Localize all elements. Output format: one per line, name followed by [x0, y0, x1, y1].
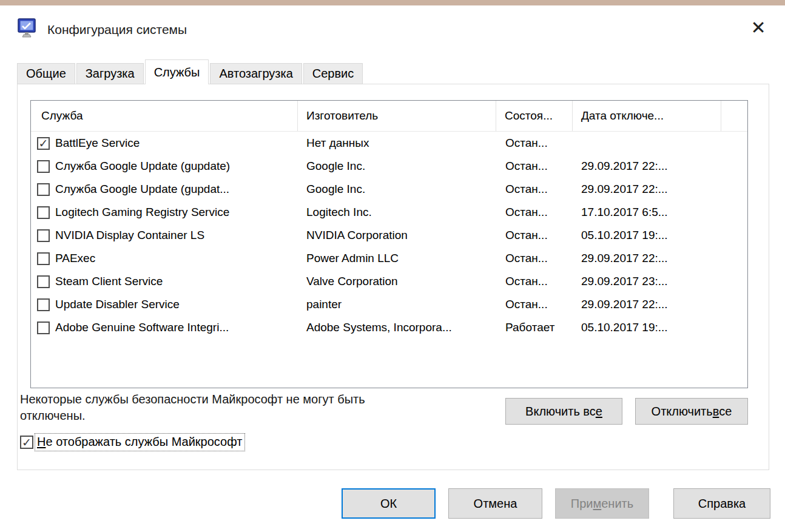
manufacturer: Logitech Inc. — [298, 206, 496, 219]
enable-all-mnemonic: е — [596, 405, 602, 419]
table-row[interactable]: Logitech Gaming Registry Service Logitec… — [31, 201, 747, 224]
tab-services-label: Службы — [154, 66, 200, 79]
service-checkbox[interactable]: ✓ — [37, 137, 50, 150]
tab-general[interactable]: Общие — [17, 63, 75, 84]
manufacturer: Google Inc. — [298, 183, 496, 196]
status: Остан... — [496, 206, 573, 219]
status: Остан... — [496, 136, 573, 150]
ok-button[interactable]: ОК — [342, 488, 436, 519]
table-row[interactable]: Служба Google Update (gupdat... Google I… — [31, 178, 747, 201]
date-disabled: 05.10.2017 19:... — [573, 229, 721, 242]
table-row[interactable]: Update Disabler Service painter Остан...… — [31, 293, 747, 316]
status: Остан... — [496, 160, 573, 173]
service-name: Служба Google Update (gupdat... — [55, 183, 229, 196]
service-checkbox[interactable] — [37, 322, 50, 334]
table-row[interactable]: ✓BattlEye Service Нет данных Остан... — [31, 132, 747, 155]
column-header-service[interactable]: Служба — [31, 101, 298, 131]
help-label: Справка — [698, 497, 746, 511]
service-name: Steam Client Service — [55, 275, 163, 288]
date-disabled: 29.09.2017 23:... — [573, 275, 721, 288]
status: Остан... — [496, 183, 573, 196]
tab-tools[interactable]: Сервис — [303, 63, 363, 84]
note-line-2: отключены. — [20, 408, 493, 424]
tab-boot[interactable]: Загрузка — [76, 63, 144, 84]
security-services-note: Некоторые службы безопасности Майкрософт… — [20, 391, 493, 424]
hide-microsoft-services-checkbox-row: ✓ Не отображать службы Майкрософт — [20, 433, 245, 451]
disable-all-button[interactable]: Отключить все — [635, 398, 748, 425]
help-button[interactable]: Справка — [673, 488, 770, 519]
apply-label: При — [571, 497, 593, 511]
service-name: Adobe Genuine Software Integri... — [55, 321, 229, 334]
status: Работает — [496, 321, 573, 334]
window-top-border — [0, 0, 785, 5]
tab-tools-label: Сервис — [312, 67, 354, 81]
service-name: PAExec — [55, 252, 95, 265]
service-checkbox[interactable] — [37, 183, 50, 196]
tab-startup-label: Автозагрузка — [219, 67, 292, 81]
disable-all-mnemonic: в — [713, 405, 719, 419]
ok-label: ОК — [380, 497, 397, 511]
apply-button-disabled[interactable]: Применить — [555, 488, 649, 519]
titlebar: Конфигурация системы ✕ — [0, 5, 785, 47]
disable-all-label: Отключить — [652, 405, 713, 419]
tab-boot-label: Загрузка — [86, 67, 135, 81]
msconfig-monitor-icon — [16, 17, 39, 40]
checkmark: ✓ — [22, 437, 32, 448]
service-name: NVIDIA Display Container LS — [55, 229, 204, 242]
service-checkbox[interactable] — [37, 252, 50, 265]
manufacturer: Power Admin LLC — [298, 252, 496, 265]
date-disabled: 17.10.2017 6:5... — [573, 206, 721, 219]
window-title: Конфигурация системы — [47, 22, 187, 37]
column-header-spacer — [721, 101, 747, 131]
manufacturer: Valve Corporation — [298, 275, 496, 288]
service-checkbox[interactable] — [37, 160, 50, 173]
tab-strip: Общие Загрузка Службы Автозагрузка Серви… — [17, 59, 364, 84]
service-checkbox[interactable] — [37, 206, 50, 219]
hide-microsoft-services-checkbox[interactable]: ✓ — [20, 436, 33, 449]
tab-general-label: Общие — [26, 67, 66, 81]
table-row[interactable]: Steam Client Service Valve Corporation О… — [31, 270, 747, 293]
service-checkbox[interactable] — [37, 229, 50, 242]
service-checkbox[interactable] — [37, 275, 50, 288]
cancel-label: Отмена — [474, 497, 517, 511]
date-disabled: 29.09.2017 22:... — [573, 183, 721, 196]
date-disabled: 29.09.2017 22:... — [573, 252, 721, 265]
manufacturer: Google Inc. — [298, 160, 496, 173]
column-header-manufacturer[interactable]: Изготовитель — [298, 101, 496, 131]
manufacturer: Нет данных — [298, 136, 496, 150]
tab-services[interactable]: Службы — [145, 59, 209, 84]
msconfig-window: Конфигурация системы ✕ Общие Загрузка Сл… — [0, 0, 785, 532]
date-disabled: 29.09.2017 22:... — [573, 298, 721, 311]
services-table: Служба Изготовитель Состоя... Дата отклю… — [30, 100, 748, 388]
status: Остан... — [496, 298, 573, 311]
enable-all-button[interactable]: Включить все — [505, 398, 622, 425]
note-line-1: Некоторые службы безопасности Майкрософт… — [20, 391, 493, 408]
manufacturer: Adobe Systems, Incorpora... — [298, 321, 496, 334]
date-disabled: 05.10.2017 19:... — [573, 321, 721, 334]
service-name: Logitech Gaming Registry Service — [55, 206, 229, 219]
cancel-button[interactable]: Отмена — [448, 488, 542, 519]
table-row[interactable]: NVIDIA Display Container LS NVIDIA Corpo… — [31, 224, 747, 247]
status: Остан... — [496, 229, 573, 242]
status: Остан... — [496, 252, 573, 265]
table-row[interactable]: PAExec Power Admin LLC Остан... 29.09.20… — [31, 247, 747, 270]
column-header-status[interactable]: Состоя... — [496, 101, 573, 131]
manufacturer: painter — [298, 298, 496, 311]
table-row[interactable]: Служба Google Update (gupdate) Google In… — [31, 155, 747, 178]
service-checkbox[interactable] — [37, 298, 50, 311]
enable-all-label: Включить вс — [525, 405, 596, 419]
service-name: BattlEye Service — [55, 136, 140, 150]
tab-startup[interactable]: Автозагрузка — [210, 63, 302, 84]
manufacturer: NVIDIA Corporation — [298, 229, 496, 242]
column-header-date-disabled[interactable]: Дата отключе... — [573, 101, 721, 131]
close-icon[interactable]: ✕ — [743, 14, 774, 41]
date-disabled: 29.09.2017 22:... — [573, 160, 721, 173]
service-name: Служба Google Update (gupdate) — [55, 160, 230, 173]
hide-microsoft-services-label[interactable]: Не отображать службы Майкрософт — [35, 433, 245, 451]
table-row[interactable]: Adobe Genuine Software Integri... Adobe … — [31, 316, 747, 339]
service-name: Update Disabler Service — [55, 298, 180, 311]
table-header-row: Служба Изготовитель Состоя... Дата отклю… — [31, 101, 747, 132]
checkmark: ✓ — [39, 138, 49, 149]
status: Остан... — [496, 275, 573, 288]
